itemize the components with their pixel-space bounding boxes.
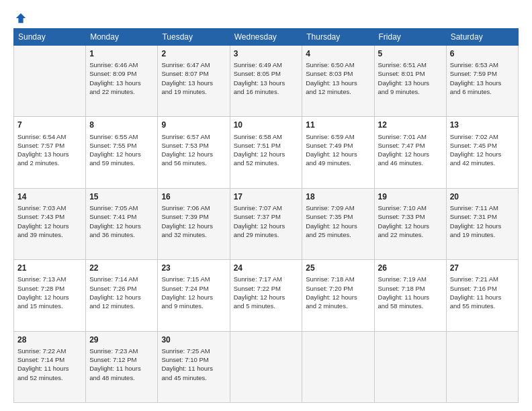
calendar-week-row: 7Sunrise: 6:54 AM Sunset: 7:57 PM Daylig… xyxy=(14,117,519,188)
calendar-day-cell: 20Sunrise: 7:11 AM Sunset: 7:31 PM Dayli… xyxy=(446,188,518,259)
day-info: Sunrise: 7:25 AM Sunset: 7:10 PM Dayligh… xyxy=(161,347,226,382)
calendar-day-cell: 30Sunrise: 7:25 AM Sunset: 7:10 PM Dayli… xyxy=(158,331,230,402)
day-number: 3 xyxy=(234,48,299,59)
day-number: 8 xyxy=(89,120,154,130)
calendar-day-cell: 19Sunrise: 7:10 AM Sunset: 7:33 PM Dayli… xyxy=(374,188,446,259)
calendar-day-cell: 1Sunrise: 6:46 AM Sunset: 8:09 PM Daylig… xyxy=(86,46,158,117)
day-number: 6 xyxy=(450,48,515,59)
day-info: Sunrise: 7:02 AM Sunset: 7:45 PM Dayligh… xyxy=(450,132,515,168)
day-number: 13 xyxy=(450,120,515,130)
day-info: Sunrise: 6:53 AM Sunset: 7:59 PM Dayligh… xyxy=(450,60,515,96)
calendar-day-cell: 17Sunrise: 7:07 AM Sunset: 7:37 PM Dayli… xyxy=(230,188,302,259)
calendar-day-cell: 27Sunrise: 7:21 AM Sunset: 7:16 PM Dayli… xyxy=(446,260,518,331)
day-info: Sunrise: 7:07 AM Sunset: 7:37 PM Dayligh… xyxy=(234,203,299,239)
page: SundayMondayTuesdayWednesdayThursdayFrid… xyxy=(0,0,532,411)
day-info: Sunrise: 7:05 AM Sunset: 7:41 PM Dayligh… xyxy=(89,203,154,239)
calendar-day-cell: 10Sunrise: 6:58 AM Sunset: 7:51 PM Dayli… xyxy=(230,117,302,188)
day-number: 18 xyxy=(306,191,370,202)
day-number: 2 xyxy=(161,48,226,59)
calendar-day-cell: 11Sunrise: 6:59 AM Sunset: 7:49 PM Dayli… xyxy=(302,117,374,188)
calendar-day-cell: 21Sunrise: 7:13 AM Sunset: 7:28 PM Dayli… xyxy=(14,260,86,331)
day-number: 22 xyxy=(89,263,154,273)
day-info: Sunrise: 7:10 AM Sunset: 7:33 PM Dayligh… xyxy=(378,203,443,239)
calendar-day-cell xyxy=(230,331,302,402)
day-number: 12 xyxy=(378,120,443,130)
calendar-day-cell: 15Sunrise: 7:05 AM Sunset: 7:41 PM Dayli… xyxy=(86,188,158,259)
calendar-day-cell: 28Sunrise: 7:22 AM Sunset: 7:14 PM Dayli… xyxy=(14,331,86,402)
calendar-day-cell: 25Sunrise: 7:18 AM Sunset: 7:20 PM Dayli… xyxy=(302,260,374,331)
day-number: 23 xyxy=(161,263,226,273)
calendar-day-cell xyxy=(446,331,518,402)
calendar-day-cell: 26Sunrise: 7:19 AM Sunset: 7:18 PM Dayli… xyxy=(374,260,446,331)
day-number: 11 xyxy=(306,120,370,130)
calendar-day-cell: 22Sunrise: 7:14 AM Sunset: 7:26 PM Dayli… xyxy=(86,260,158,331)
day-number: 24 xyxy=(234,263,299,273)
day-number: 30 xyxy=(161,334,226,345)
day-info: Sunrise: 6:59 AM Sunset: 7:49 PM Dayligh… xyxy=(306,132,370,168)
day-info: Sunrise: 7:23 AM Sunset: 7:12 PM Dayligh… xyxy=(89,347,154,382)
day-number: 21 xyxy=(17,263,82,273)
weekday-header-friday: Friday xyxy=(374,29,446,46)
calendar-day-cell: 29Sunrise: 7:23 AM Sunset: 7:12 PM Dayli… xyxy=(86,331,158,402)
calendar-week-row: 28Sunrise: 7:22 AM Sunset: 7:14 PM Dayli… xyxy=(14,331,519,402)
day-info: Sunrise: 7:18 AM Sunset: 7:20 PM Dayligh… xyxy=(306,275,370,310)
calendar-day-cell: 24Sunrise: 7:17 AM Sunset: 7:22 PM Dayli… xyxy=(230,260,302,331)
day-number: 7 xyxy=(17,120,82,130)
calendar-day-cell: 2Sunrise: 6:47 AM Sunset: 8:07 PM Daylig… xyxy=(158,46,230,117)
day-info: Sunrise: 7:06 AM Sunset: 7:39 PM Dayligh… xyxy=(161,203,226,239)
day-number: 4 xyxy=(306,48,370,59)
day-info: Sunrise: 7:01 AM Sunset: 7:47 PM Dayligh… xyxy=(378,132,443,168)
day-info: Sunrise: 6:55 AM Sunset: 7:55 PM Dayligh… xyxy=(89,132,154,168)
day-number: 5 xyxy=(378,48,443,59)
calendar-day-cell: 9Sunrise: 6:57 AM Sunset: 7:53 PM Daylig… xyxy=(158,117,230,188)
day-number: 15 xyxy=(89,191,154,202)
day-info: Sunrise: 7:13 AM Sunset: 7:28 PM Dayligh… xyxy=(17,275,82,310)
weekday-header-wednesday: Wednesday xyxy=(230,29,302,46)
calendar-week-row: 21Sunrise: 7:13 AM Sunset: 7:28 PM Dayli… xyxy=(14,260,519,331)
weekday-header-monday: Monday xyxy=(86,29,158,46)
calendar-day-cell: 3Sunrise: 6:49 AM Sunset: 8:05 PM Daylig… xyxy=(230,46,302,117)
weekday-header-tuesday: Tuesday xyxy=(158,29,230,46)
day-number: 10 xyxy=(234,120,299,130)
day-info: Sunrise: 7:15 AM Sunset: 7:24 PM Dayligh… xyxy=(161,275,226,310)
calendar-table: SundayMondayTuesdayWednesdayThursdayFrid… xyxy=(13,28,519,403)
calendar-header-row: SundayMondayTuesdayWednesdayThursdayFrid… xyxy=(14,29,519,46)
day-info: Sunrise: 7:22 AM Sunset: 7:14 PM Dayligh… xyxy=(17,347,82,382)
svg-marker-0 xyxy=(16,13,26,23)
calendar-week-row: 14Sunrise: 7:03 AM Sunset: 7:43 PM Dayli… xyxy=(14,188,519,259)
day-number: 9 xyxy=(161,120,226,130)
calendar-day-cell xyxy=(374,331,446,402)
calendar-day-cell: 5Sunrise: 6:51 AM Sunset: 8:01 PM Daylig… xyxy=(374,46,446,117)
day-number: 1 xyxy=(89,48,154,59)
calendar-day-cell: 7Sunrise: 6:54 AM Sunset: 7:57 PM Daylig… xyxy=(14,117,86,188)
weekday-header-saturday: Saturday xyxy=(446,29,518,46)
calendar-day-cell xyxy=(302,331,374,402)
day-number: 29 xyxy=(89,334,154,345)
day-info: Sunrise: 7:21 AM Sunset: 7:16 PM Dayligh… xyxy=(450,275,515,310)
day-info: Sunrise: 6:57 AM Sunset: 7:53 PM Dayligh… xyxy=(161,132,226,168)
calendar-day-cell: 4Sunrise: 6:50 AM Sunset: 8:03 PM Daylig… xyxy=(302,46,374,117)
weekday-header-thursday: Thursday xyxy=(302,29,374,46)
logo xyxy=(13,12,27,21)
day-info: Sunrise: 6:51 AM Sunset: 8:01 PM Dayligh… xyxy=(378,60,443,96)
day-info: Sunrise: 7:11 AM Sunset: 7:31 PM Dayligh… xyxy=(450,203,515,239)
day-info: Sunrise: 7:14 AM Sunset: 7:26 PM Dayligh… xyxy=(89,275,154,310)
day-info: Sunrise: 6:46 AM Sunset: 8:09 PM Dayligh… xyxy=(89,60,154,96)
day-info: Sunrise: 7:03 AM Sunset: 7:43 PM Dayligh… xyxy=(17,203,82,239)
day-info: Sunrise: 7:09 AM Sunset: 7:35 PM Dayligh… xyxy=(306,203,370,239)
day-info: Sunrise: 6:50 AM Sunset: 8:03 PM Dayligh… xyxy=(306,60,370,96)
day-number: 28 xyxy=(17,334,82,345)
day-info: Sunrise: 7:17 AM Sunset: 7:22 PM Dayligh… xyxy=(234,275,299,310)
calendar-day-cell: 16Sunrise: 7:06 AM Sunset: 7:39 PM Dayli… xyxy=(158,188,230,259)
calendar-day-cell: 13Sunrise: 7:02 AM Sunset: 7:45 PM Dayli… xyxy=(446,117,518,188)
calendar-day-cell: 18Sunrise: 7:09 AM Sunset: 7:35 PM Dayli… xyxy=(302,188,374,259)
header xyxy=(13,12,519,21)
day-number: 25 xyxy=(306,263,370,273)
day-number: 26 xyxy=(378,263,443,273)
day-info: Sunrise: 6:49 AM Sunset: 8:05 PM Dayligh… xyxy=(234,60,299,96)
day-info: Sunrise: 7:19 AM Sunset: 7:18 PM Dayligh… xyxy=(378,275,443,310)
day-number: 16 xyxy=(161,191,226,202)
calendar-day-cell: 14Sunrise: 7:03 AM Sunset: 7:43 PM Dayli… xyxy=(14,188,86,259)
logo-icon xyxy=(15,12,27,24)
calendar-day-cell: 23Sunrise: 7:15 AM Sunset: 7:24 PM Dayli… xyxy=(158,260,230,331)
